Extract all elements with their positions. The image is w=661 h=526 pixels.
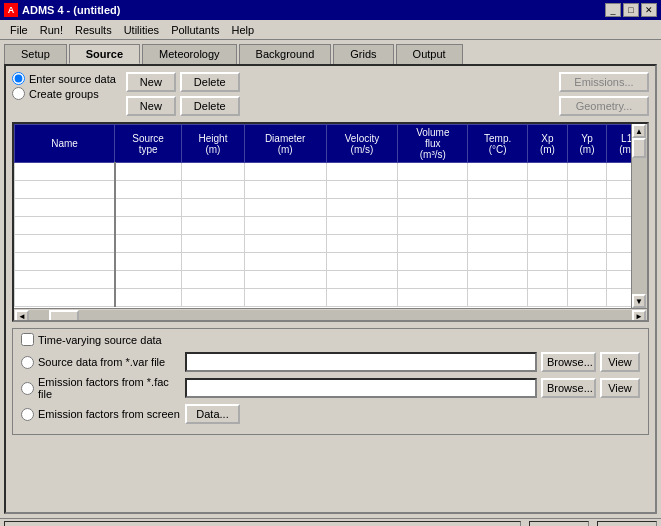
col-header-velocity: Velocity(m/s) [326, 125, 398, 163]
tab-background[interactable]: Background [239, 44, 332, 64]
top-controls: Enter source data Create groups New Dele… [12, 72, 649, 116]
title-bar-controls: _ □ ✕ [605, 3, 657, 17]
col-header-name: Name [15, 125, 115, 163]
var-file-row: Source data from *.var file C:\CERC\ADMS… [21, 352, 640, 372]
scroll-right-button[interactable]: ► [632, 310, 646, 323]
new-button-2[interactable]: New [126, 96, 176, 116]
col-header-diameter: Diameter(m) [244, 125, 326, 163]
geometry-button[interactable]: Geometry... [559, 96, 649, 116]
time-varying-header: Time-varying source data [21, 333, 640, 346]
menu-bar: File Run! Results Utilities Pollutants H… [0, 20, 661, 40]
table-container: Name Sourcetype Height(m) Diameter(m) Ve… [14, 124, 647, 308]
radio-row-1: Enter source data [12, 72, 116, 85]
scroll-thumb-h[interactable] [49, 310, 79, 322]
close-button[interactable]: ✕ [641, 3, 657, 17]
horizontal-scrollbar[interactable]: ◄ ► [14, 308, 647, 322]
col-header-yp: Yp(m) [567, 125, 607, 163]
table-row[interactable] [15, 253, 647, 271]
time-varying-checkbox[interactable] [21, 333, 34, 346]
menu-pollutants[interactable]: Pollutants [165, 22, 225, 38]
maximize-button[interactable]: □ [623, 3, 639, 17]
radio-enter-source[interactable] [12, 72, 25, 85]
var-file-input[interactable]: C:\CERC\ADMS 4\Data\TimeVary.var [185, 352, 537, 372]
delete-button-2[interactable]: Delete [180, 96, 240, 116]
time-varying-label: Time-varying source data [38, 334, 162, 346]
browse-button-2[interactable]: Browse... [541, 378, 596, 398]
status-max: Max: [597, 521, 657, 527]
table-row[interactable] [15, 235, 647, 253]
table-row[interactable] [15, 271, 647, 289]
title-bar: A ADMS 4 - (untitled) _ □ ✕ [0, 0, 661, 20]
btn-row-1: New Delete [126, 72, 240, 92]
delete-button-1[interactable]: Delete [180, 72, 240, 92]
radio-row-2: Create groups [12, 87, 116, 100]
table-row[interactable] [15, 289, 647, 307]
radio-screen[interactable] [21, 408, 34, 421]
tabs-bar: Setup Source Meteorology Background Grid… [0, 40, 661, 64]
screen-label: Emission factors from screen [21, 408, 181, 421]
tab-grids[interactable]: Grids [333, 44, 393, 64]
scroll-left-button[interactable]: ◄ [15, 310, 29, 323]
title-bar-left: A ADMS 4 - (untitled) [4, 3, 120, 17]
status-source-name: Source name [4, 521, 521, 527]
scroll-thumb-v[interactable] [632, 138, 646, 158]
radio-create-groups-label: Create groups [29, 88, 99, 100]
scroll-track-v[interactable] [632, 138, 647, 294]
tab-setup[interactable]: Setup [4, 44, 67, 64]
radio-group: Enter source data Create groups [12, 72, 116, 100]
scroll-up-button[interactable]: ▲ [632, 124, 646, 138]
data-table: Name Sourcetype Height(m) Diameter(m) Ve… [14, 124, 647, 307]
tab-source[interactable]: Source [69, 44, 140, 64]
table-row[interactable] [15, 163, 647, 181]
table-row[interactable] [15, 217, 647, 235]
radio-fac-file[interactable] [21, 382, 34, 395]
minimize-button[interactable]: _ [605, 3, 621, 17]
radio-var-file[interactable] [21, 356, 34, 369]
fac-file-label: Emission factors from *.fac file [21, 376, 181, 400]
browse-button-1[interactable]: Browse... [541, 352, 596, 372]
col-header-height: Height(m) [182, 125, 245, 163]
view-button-1[interactable]: View [600, 352, 640, 372]
col-header-xp: Xp(m) [528, 125, 568, 163]
menu-results[interactable]: Results [69, 22, 118, 38]
menu-utilities[interactable]: Utilities [118, 22, 165, 38]
menu-run[interactable]: Run! [34, 22, 69, 38]
time-varying-section: Time-varying source data Source data fro… [12, 328, 649, 435]
window-title: ADMS 4 - (untitled) [22, 4, 120, 16]
data-table-wrapper: Name Sourcetype Height(m) Diameter(m) Ve… [12, 122, 649, 322]
scroll-down-button[interactable]: ▼ [632, 294, 646, 308]
btn-row-2: New Delete [126, 96, 240, 116]
col-header-temp: Temp.(°C) [468, 125, 528, 163]
menu-help[interactable]: Help [225, 22, 260, 38]
scroll-track-h[interactable] [29, 310, 632, 323]
table-row[interactable] [15, 181, 647, 199]
data-button[interactable]: Data... [185, 404, 240, 424]
app-icon: A [4, 3, 18, 17]
vertical-scrollbar[interactable]: ▲ ▼ [631, 124, 647, 308]
col-header-volume-flux: Volumeflux(m³/s) [398, 125, 468, 163]
screen-row: Emission factors from screen Data... [21, 404, 640, 424]
new-button-1[interactable]: New [126, 72, 176, 92]
col-header-source-type: Sourcetype [115, 125, 182, 163]
status-min: Min: [529, 521, 589, 527]
view-button-2[interactable]: View [600, 378, 640, 398]
status-bar: Source name Min: Max: [0, 518, 661, 526]
emissions-button[interactable]: Emissions... [559, 72, 649, 92]
menu-file[interactable]: File [4, 22, 34, 38]
table-row[interactable] [15, 199, 647, 217]
fac-file-input[interactable]: C:\CERC\ADMS 4\Data\EmFactor.fac [185, 378, 537, 398]
tab-meteorology[interactable]: Meteorology [142, 44, 237, 64]
main-content: Enter source data Create groups New Dele… [4, 64, 657, 514]
fac-file-row: Emission factors from *.fac file C:\CERC… [21, 376, 640, 400]
radio-enter-source-label: Enter source data [29, 73, 116, 85]
tab-output[interactable]: Output [396, 44, 463, 64]
radio-create-groups[interactable] [12, 87, 25, 100]
var-file-label: Source data from *.var file [21, 356, 181, 369]
